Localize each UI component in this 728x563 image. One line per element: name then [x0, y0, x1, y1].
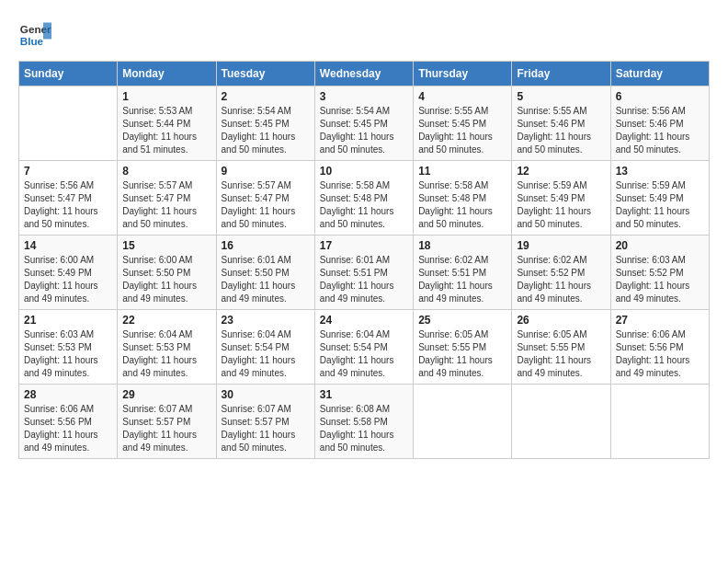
weekday-header: Thursday	[414, 62, 512, 86]
day-info: Sunrise: 6:00 AMSunset: 5:50 PMDaylight:…	[122, 254, 210, 305]
calendar-week-row: 1Sunrise: 5:53 AMSunset: 5:44 PMDaylight…	[19, 86, 710, 161]
calendar-cell: 16Sunrise: 6:01 AMSunset: 5:50 PMDayligh…	[216, 236, 314, 310]
calendar-cell: 19Sunrise: 6:02 AMSunset: 5:52 PMDayligh…	[512, 236, 610, 310]
day-info: Sunrise: 6:01 AMSunset: 5:51 PMDaylight:…	[320, 254, 408, 305]
day-info: Sunrise: 6:06 AMSunset: 5:56 PMDaylight:…	[616, 328, 704, 380]
calendar-week-row: 28Sunrise: 6:06 AMSunset: 5:56 PMDayligh…	[19, 385, 710, 459]
day-number: 3	[320, 90, 408, 103]
day-info: Sunrise: 6:01 AMSunset: 5:50 PMDaylight:…	[222, 254, 310, 305]
calendar-cell: 23Sunrise: 6:04 AMSunset: 5:54 PMDayligh…	[216, 310, 314, 385]
day-number: 26	[517, 314, 605, 327]
day-number: 31	[320, 388, 408, 401]
calendar-cell: 2Sunrise: 5:54 AMSunset: 5:45 PMDaylight…	[216, 86, 314, 161]
day-number: 28	[24, 388, 112, 401]
day-number: 8	[122, 165, 210, 178]
weekday-header: Wednesday	[314, 62, 413, 86]
day-info: Sunrise: 5:58 AMSunset: 5:48 PMDaylight:…	[320, 179, 408, 231]
day-number: 23	[222, 314, 310, 327]
day-info: Sunrise: 5:56 AMSunset: 5:46 PMDaylight:…	[616, 105, 704, 156]
logo: General Blue	[18, 18, 51, 52]
calendar-cell: 18Sunrise: 6:02 AMSunset: 5:51 PMDayligh…	[414, 236, 512, 310]
day-info: Sunrise: 6:00 AMSunset: 5:49 PMDaylight:…	[24, 254, 112, 305]
calendar-cell: 13Sunrise: 5:59 AMSunset: 5:49 PMDayligh…	[610, 161, 709, 236]
day-info: Sunrise: 5:54 AMSunset: 5:45 PMDaylight:…	[320, 105, 408, 156]
day-info: Sunrise: 6:03 AMSunset: 5:52 PMDaylight:…	[616, 254, 704, 305]
day-info: Sunrise: 5:56 AMSunset: 5:47 PMDaylight:…	[24, 179, 112, 231]
calendar-cell: 24Sunrise: 6:04 AMSunset: 5:54 PMDayligh…	[314, 310, 413, 385]
day-info: Sunrise: 6:03 AMSunset: 5:53 PMDaylight:…	[24, 328, 112, 380]
day-number: 7	[24, 165, 112, 178]
day-number: 30	[222, 388, 310, 401]
calendar-cell: 5Sunrise: 5:55 AMSunset: 5:46 PMDaylight…	[512, 86, 610, 161]
calendar-cell: 31Sunrise: 6:08 AMSunset: 5:58 PMDayligh…	[314, 385, 413, 459]
calendar-cell	[512, 385, 610, 459]
day-info: Sunrise: 5:57 AMSunset: 5:47 PMDaylight:…	[122, 179, 210, 231]
weekday-header: Friday	[512, 62, 610, 86]
calendar-cell: 9Sunrise: 5:57 AMSunset: 5:47 PMDaylight…	[216, 161, 314, 236]
day-number: 9	[222, 165, 310, 178]
calendar-cell: 1Sunrise: 5:53 AMSunset: 5:44 PMDaylight…	[118, 86, 216, 161]
day-number: 14	[24, 239, 112, 252]
day-info: Sunrise: 6:02 AMSunset: 5:52 PMDaylight:…	[517, 254, 605, 305]
calendar-cell: 6Sunrise: 5:56 AMSunset: 5:46 PMDaylight…	[610, 86, 709, 161]
day-info: Sunrise: 6:04 AMSunset: 5:53 PMDaylight:…	[122, 328, 210, 380]
day-info: Sunrise: 6:02 AMSunset: 5:51 PMDaylight:…	[418, 254, 506, 305]
day-info: Sunrise: 6:08 AMSunset: 5:58 PMDaylight:…	[320, 403, 408, 454]
day-info: Sunrise: 6:07 AMSunset: 5:57 PMDaylight:…	[222, 403, 310, 454]
day-number: 6	[616, 90, 704, 103]
day-number: 13	[616, 165, 704, 178]
day-info: Sunrise: 5:55 AMSunset: 5:45 PMDaylight:…	[418, 105, 506, 156]
calendar-table: SundayMondayTuesdayWednesdayThursdayFrid…	[18, 61, 710, 459]
calendar-cell	[19, 86, 118, 161]
day-info: Sunrise: 5:54 AMSunset: 5:45 PMDaylight:…	[222, 105, 310, 156]
calendar-cell: 4Sunrise: 5:55 AMSunset: 5:45 PMDaylight…	[414, 86, 512, 161]
calendar-cell: 15Sunrise: 6:00 AMSunset: 5:50 PMDayligh…	[118, 236, 216, 310]
day-number: 10	[320, 165, 408, 178]
calendar-header-row: SundayMondayTuesdayWednesdayThursdayFrid…	[19, 62, 710, 86]
calendar-cell: 26Sunrise: 6:05 AMSunset: 5:55 PMDayligh…	[512, 310, 610, 385]
day-number: 20	[616, 239, 704, 252]
day-info: Sunrise: 5:57 AMSunset: 5:47 PMDaylight:…	[222, 179, 310, 231]
day-info: Sunrise: 5:58 AMSunset: 5:48 PMDaylight:…	[418, 179, 506, 231]
day-info: Sunrise: 5:59 AMSunset: 5:49 PMDaylight:…	[517, 179, 605, 231]
day-number: 17	[320, 239, 408, 252]
day-number: 16	[222, 239, 310, 252]
logo-icon: General Blue	[18, 18, 51, 52]
calendar-cell	[610, 385, 709, 459]
calendar-cell: 12Sunrise: 5:59 AMSunset: 5:49 PMDayligh…	[512, 161, 610, 236]
calendar-week-row: 21Sunrise: 6:03 AMSunset: 5:53 PMDayligh…	[19, 310, 710, 385]
day-info: Sunrise: 6:05 AMSunset: 5:55 PMDaylight:…	[418, 328, 506, 380]
svg-text:Blue: Blue	[20, 35, 44, 47]
calendar-cell: 3Sunrise: 5:54 AMSunset: 5:45 PMDaylight…	[314, 86, 413, 161]
calendar-cell: 27Sunrise: 6:06 AMSunset: 5:56 PMDayligh…	[610, 310, 709, 385]
day-info: Sunrise: 5:59 AMSunset: 5:49 PMDaylight:…	[616, 179, 704, 231]
calendar-body: 1Sunrise: 5:53 AMSunset: 5:44 PMDaylight…	[19, 86, 710, 459]
day-info: Sunrise: 6:06 AMSunset: 5:56 PMDaylight:…	[24, 403, 112, 454]
calendar-week-row: 14Sunrise: 6:00 AMSunset: 5:49 PMDayligh…	[19, 236, 710, 310]
day-number: 27	[616, 314, 704, 327]
day-number: 2	[222, 90, 310, 103]
calendar-cell: 28Sunrise: 6:06 AMSunset: 5:56 PMDayligh…	[19, 385, 118, 459]
day-number: 11	[418, 165, 506, 178]
day-info: Sunrise: 5:53 AMSunset: 5:44 PMDaylight:…	[122, 105, 210, 156]
calendar-cell: 22Sunrise: 6:04 AMSunset: 5:53 PMDayligh…	[118, 310, 216, 385]
page-header: General Blue	[18, 18, 710, 52]
calendar-cell: 20Sunrise: 6:03 AMSunset: 5:52 PMDayligh…	[610, 236, 709, 310]
weekday-header: Sunday	[19, 62, 118, 86]
day-number: 1	[122, 90, 210, 103]
day-number: 15	[122, 239, 210, 252]
calendar-cell: 25Sunrise: 6:05 AMSunset: 5:55 PMDayligh…	[414, 310, 512, 385]
day-info: Sunrise: 6:05 AMSunset: 5:55 PMDaylight:…	[517, 328, 605, 380]
calendar-cell: 7Sunrise: 5:56 AMSunset: 5:47 PMDaylight…	[19, 161, 118, 236]
calendar-cell: 17Sunrise: 6:01 AMSunset: 5:51 PMDayligh…	[314, 236, 413, 310]
day-number: 29	[122, 388, 210, 401]
calendar-cell: 21Sunrise: 6:03 AMSunset: 5:53 PMDayligh…	[19, 310, 118, 385]
day-number: 21	[24, 314, 112, 327]
day-number: 4	[418, 90, 506, 103]
weekday-header: Monday	[118, 62, 216, 86]
day-number: 24	[320, 314, 408, 327]
calendar-cell	[414, 385, 512, 459]
day-info: Sunrise: 6:04 AMSunset: 5:54 PMDaylight:…	[320, 328, 408, 380]
weekday-header: Tuesday	[216, 62, 314, 86]
calendar-cell: 8Sunrise: 5:57 AMSunset: 5:47 PMDaylight…	[118, 161, 216, 236]
